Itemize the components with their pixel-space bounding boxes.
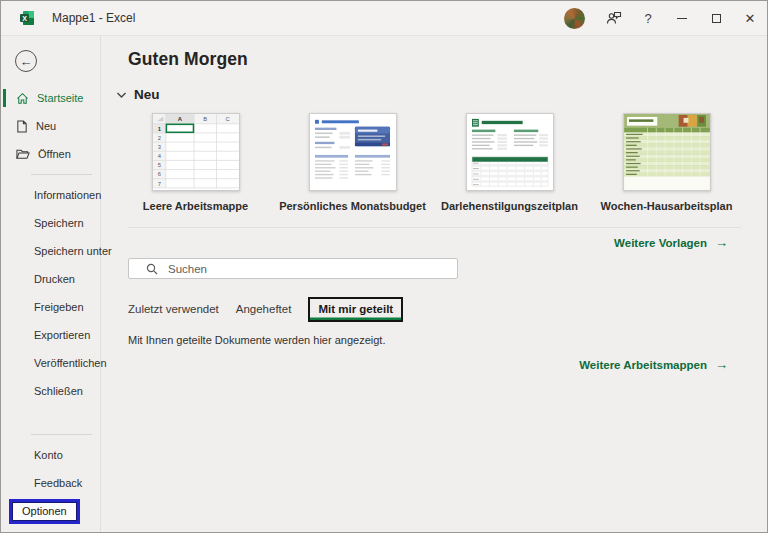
title-bar: X Mappe1 - Excel ? ✕ xyxy=(1,1,767,36)
chevron-down-icon xyxy=(116,91,127,99)
search-input[interactable] xyxy=(168,263,457,275)
account-avatar[interactable] xyxy=(564,8,585,29)
more-templates-label: Weitere Vorlagen xyxy=(614,237,707,249)
sidebar-item-schliessen[interactable]: Schließen xyxy=(1,377,100,405)
arrow-right-icon: → xyxy=(715,358,728,371)
close-icon: ✕ xyxy=(745,11,756,26)
help-icon: ? xyxy=(644,11,651,26)
sidebar-item-neu[interactable]: Neu xyxy=(1,112,100,140)
template-card-monthly-budget[interactable]: Persönliches Monatsbudget xyxy=(280,113,425,212)
document-tabs: Zuletzt verwendet Angeheftet Mit mir get… xyxy=(128,297,739,322)
sidebar-item-label: Konto xyxy=(34,449,63,461)
sidebar-bottom-group: Konto Feedback Optionen xyxy=(1,428,100,524)
svg-text:2: 2 xyxy=(157,135,160,141)
sidebar-item-konto[interactable]: Konto xyxy=(1,441,100,469)
person-chat-icon xyxy=(606,11,622,25)
search-box[interactable] xyxy=(128,258,458,279)
more-workbooks-link[interactable]: Weitere Arbeitsmappen → xyxy=(128,358,741,371)
back-arrow-icon: ← xyxy=(20,54,33,69)
tab-label: Mit mir geteilt xyxy=(318,303,393,315)
help-button[interactable]: ? xyxy=(631,1,665,35)
shared-empty-message: Mit Ihnen geteilte Dokumente werden hier… xyxy=(128,334,739,346)
tab-angeheftet[interactable]: Angeheftet xyxy=(236,298,292,321)
template-card-loan-amortization[interactable]: Darlehenstilgungszeitplan xyxy=(437,113,582,212)
sidebar-item-speichern-unter[interactable]: Speichern unter xyxy=(1,237,100,265)
maximize-button[interactable] xyxy=(699,1,733,35)
svg-text:B: B xyxy=(203,116,207,122)
template-card-blank-workbook[interactable]: A BC 1 23 45 67 Leere Arbeitsmappe xyxy=(123,113,268,212)
minimize-button[interactable] xyxy=(665,1,699,35)
sidebar-item-label: Freigeben xyxy=(34,301,84,313)
sidebar-item-label: Veröffentlichen xyxy=(34,357,107,369)
section-divider xyxy=(128,227,741,228)
template-card-weekly-chore-plan[interactable]: Wochen-Hausarbeitsplan xyxy=(594,113,739,212)
new-document-icon xyxy=(16,120,28,133)
sidebar-item-drucken[interactable]: Drucken xyxy=(1,265,100,293)
svg-text:C: C xyxy=(225,116,229,122)
template-cards: A BC 1 23 45 67 Leere Arbeitsmappe xyxy=(123,113,739,212)
sidebar-item-label: Feedback xyxy=(34,477,82,489)
new-section-header[interactable]: Neu xyxy=(116,87,727,102)
sidebar-item-optionen-highlighted[interactable]: Optionen xyxy=(9,499,80,524)
window-title: Mappe1 - Excel xyxy=(52,11,135,25)
sidebar-item-label: Optionen xyxy=(22,505,67,517)
sidebar-item-veroeffentlichen[interactable]: Veröffentlichen xyxy=(1,349,100,377)
template-name: Persönliches Monatsbudget xyxy=(279,200,426,212)
svg-text:3: 3 xyxy=(157,144,160,150)
greeting-heading: Guten Morgen xyxy=(128,49,739,70)
minimize-icon xyxy=(677,18,687,19)
open-folder-icon xyxy=(16,148,30,160)
excel-app-icon: X xyxy=(19,10,35,26)
template-thumbnail-monthly-budget xyxy=(309,113,397,191)
sidebar-divider xyxy=(31,434,92,435)
sidebar-item-label: Drucken xyxy=(34,273,75,285)
sidebar-item-informationen[interactable]: Informationen xyxy=(1,181,100,209)
more-workbooks-label: Weitere Arbeitsmappen xyxy=(579,359,707,371)
backstage-sidebar: ← Startseite Neu Öffnen xyxy=(1,36,101,532)
tab-zuletzt-verwendet[interactable]: Zuletzt verwendet xyxy=(128,298,219,321)
template-thumbnail-blank-workbook: A BC 1 23 45 67 xyxy=(152,113,240,191)
excel-window: X Mappe1 - Excel ? ✕ xyxy=(0,0,768,533)
sidebar-item-feedback[interactable]: Feedback xyxy=(1,469,100,497)
sidebar-divider xyxy=(31,174,92,175)
svg-text:6: 6 xyxy=(157,171,160,177)
search-icon xyxy=(146,263,158,275)
home-icon xyxy=(16,92,29,105)
template-name: Wochen-Hausarbeitsplan xyxy=(601,200,733,212)
svg-text:7: 7 xyxy=(157,181,160,187)
sidebar-item-speichern[interactable]: Speichern xyxy=(1,209,100,237)
svg-text:X: X xyxy=(22,15,27,22)
template-name: Darlehenstilgungszeitplan xyxy=(441,200,578,212)
sidebar-item-label: Informationen xyxy=(34,189,101,201)
sidebar-item-startseite[interactable]: Startseite xyxy=(1,84,100,112)
sidebar-item-label: Speichern xyxy=(34,217,84,229)
sidebar-item-label: Startseite xyxy=(37,92,83,104)
template-thumbnail-weekly-chore-plan xyxy=(623,113,711,191)
close-button[interactable]: ✕ xyxy=(733,1,767,35)
sidebar-item-oeffnen[interactable]: Öffnen xyxy=(1,140,100,168)
tab-mit-mir-geteilt[interactable]: Mit mir geteilt xyxy=(308,297,403,322)
tab-label: Zuletzt verwendet xyxy=(128,303,219,315)
sidebar-item-label: Neu xyxy=(36,120,56,132)
maximize-icon xyxy=(712,14,721,23)
back-button[interactable]: ← xyxy=(15,50,37,72)
sidebar-item-label: Schließen xyxy=(34,385,83,397)
new-section-label: Neu xyxy=(134,87,160,102)
arrow-right-icon: → xyxy=(715,236,728,249)
more-templates-link[interactable]: Weitere Vorlagen → xyxy=(128,236,741,249)
sidebar-item-label: Öffnen xyxy=(38,148,71,160)
sidebar-item-label: Exportieren xyxy=(34,329,90,341)
feedback-button[interactable] xyxy=(597,1,631,35)
start-screen-main: Guten Morgen Neu xyxy=(101,36,767,532)
sidebar-item-exportieren[interactable]: Exportieren xyxy=(1,321,100,349)
template-name: Leere Arbeitsmappe xyxy=(143,200,248,212)
tab-label: Angeheftet xyxy=(236,303,292,315)
svg-text:5: 5 xyxy=(157,162,160,168)
sidebar-item-freigeben[interactable]: Freigeben xyxy=(1,293,100,321)
template-thumbnail-loan-amortization xyxy=(466,113,554,191)
